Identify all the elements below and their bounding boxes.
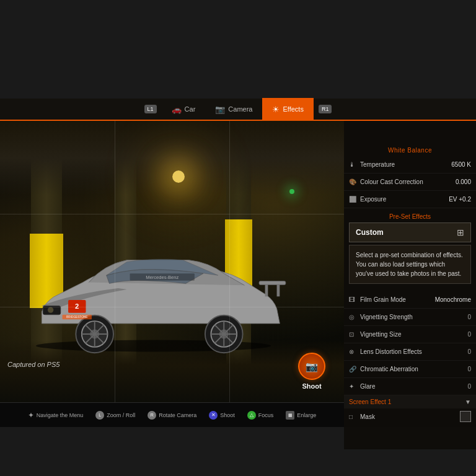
enlarge-label: Enlarge bbox=[297, 412, 316, 418]
zoom-label: Zoom / Roll bbox=[107, 412, 135, 418]
shoot-ctrl-label: Shoot bbox=[220, 412, 235, 418]
preset-tooltip: Select a pre-set combination of effects.… bbox=[349, 245, 471, 284]
temperature-value: 6500 K bbox=[451, 161, 471, 168]
preset-grid-icon: ⊞ bbox=[457, 227, 464, 237]
preset-dropdown-label: Custom bbox=[356, 228, 457, 237]
glare-icon: ✦ bbox=[349, 383, 360, 390]
control-enlarge: ▦ Enlarge bbox=[286, 411, 316, 420]
control-zoom: L Zoom / Roll bbox=[95, 411, 135, 420]
cross-icon: ✕ bbox=[209, 411, 218, 420]
square-icon: ▦ bbox=[286, 411, 294, 420]
exposure-label: Exposure bbox=[360, 196, 449, 203]
camera-nav-icon: 📷 bbox=[215, 105, 225, 114]
screen-effect-title: Screen Effect 1 bbox=[349, 399, 391, 405]
vignetting-size-row: ⊡ Vignetting Size 0 bbox=[344, 326, 476, 343]
chromatic-row: 🔗 Chromatic Aberration 0 bbox=[344, 361, 476, 378]
ceiling-beam bbox=[0, 121, 344, 195]
control-navigate: ✦ Navigate the Menu bbox=[28, 411, 84, 420]
film-grain-label: Film Grain Mode bbox=[360, 296, 435, 303]
svg-rect-18 bbox=[265, 284, 268, 296]
svg-text:2: 2 bbox=[75, 302, 79, 310]
white-balance-header: White Balance bbox=[344, 143, 476, 156]
l1-button[interactable]: L1 bbox=[144, 105, 157, 113]
car-svg: 2 Mercedes-Benz BRIDGESTONE bbox=[12, 232, 294, 368]
top-nav-bar: L1 🚗 Car 📷 Camera ☀ Effects R1 bbox=[0, 99, 476, 121]
colour-cast-value: 0.000 bbox=[456, 178, 471, 185]
exposure-icon: ⬜ bbox=[349, 196, 360, 203]
mask-checkbox[interactable] bbox=[460, 411, 471, 422]
ls-icon: L bbox=[95, 411, 104, 420]
svg-rect-17 bbox=[259, 281, 286, 285]
exposure-row: ⬜ Exposure EV +0.2 bbox=[344, 191, 476, 208]
shoot-camera-icon: 📷 bbox=[306, 361, 318, 372]
glare-value: 0 bbox=[467, 383, 471, 390]
vignetting-size-label: Vignetting Size bbox=[360, 331, 467, 338]
control-rotate: R Rotate Camera bbox=[148, 411, 196, 420]
overhead-light bbox=[172, 170, 185, 183]
tab-car-label: Car bbox=[185, 105, 196, 113]
temperature-label: Temperature bbox=[360, 161, 451, 168]
lens-distortion-label: Lens Distortion Effects bbox=[360, 348, 467, 355]
film-grain-value: Monochrome bbox=[435, 296, 471, 303]
mask-label: Mask bbox=[360, 413, 460, 420]
colour-cast-row: 🎨 Colour Cast Correction 0.000 bbox=[344, 174, 476, 191]
preset-dropdown[interactable]: Custom ⊞ bbox=[349, 223, 471, 242]
svg-text:BRIDGESTONE: BRIDGESTONE bbox=[66, 315, 87, 319]
vignetting-strength-row: ◎ Vignetting Strength 0 bbox=[344, 309, 476, 326]
effects-panel: White Balance 🌡 Temperature 6500 K 🎨 Col… bbox=[344, 121, 476, 449]
back-light bbox=[289, 189, 294, 194]
game-background: 2 Mercedes-Benz BRIDGESTONE bbox=[0, 121, 344, 402]
film-grain-row: 🎞 Film Grain Mode Monochrome bbox=[344, 291, 476, 309]
vignetting-size-icon: ⊡ bbox=[349, 331, 360, 338]
focus-label: Focus bbox=[258, 412, 274, 418]
main-screen: L1 🚗 Car 📷 Camera ☀ Effects R1 bbox=[0, 99, 476, 427]
rs-icon: R bbox=[148, 411, 156, 420]
vignetting-size-value: 0 bbox=[467, 331, 471, 338]
lens-distortion-icon: ⊗ bbox=[349, 348, 360, 355]
tab-camera[interactable]: 📷 Camera bbox=[205, 98, 262, 120]
temperature-icon: 🌡 bbox=[349, 161, 360, 168]
film-grain-icon: 🎞 bbox=[349, 296, 360, 303]
triangle-icon: △ bbox=[247, 411, 256, 420]
screen-effect-collapse-icon[interactable]: ▼ bbox=[465, 399, 471, 405]
tab-camera-label: Camera bbox=[228, 105, 252, 113]
vignetting-strength-label: Vignetting Strength bbox=[360, 314, 467, 320]
vignetting-strength-icon: ◎ bbox=[349, 314, 360, 320]
navigate-label: Navigate the Menu bbox=[37, 412, 84, 418]
chromatic-label: Chromatic Aberration bbox=[360, 366, 467, 372]
exposure-value: EV +0.2 bbox=[449, 196, 471, 203]
r1-button[interactable]: R1 bbox=[319, 105, 332, 113]
preset-section: Pre-Set Effects Custom ⊞ Select a pre-se… bbox=[344, 208, 476, 291]
screen-effect-header: Screen Effect 1 ▼ bbox=[344, 395, 476, 408]
tab-car[interactable]: 🚗 Car bbox=[162, 98, 206, 120]
svg-point-2 bbox=[48, 307, 53, 312]
vignetting-strength-value: 0 bbox=[467, 314, 471, 320]
chromatic-icon: 🔗 bbox=[349, 366, 360, 372]
shoot-button-circle[interactable]: 📷 bbox=[298, 353, 325, 380]
shoot-button-area[interactable]: 📷 Shoot bbox=[298, 353, 325, 390]
rotate-label: Rotate Camera bbox=[159, 412, 196, 418]
control-focus: △ Focus bbox=[247, 411, 274, 420]
temperature-row: 🌡 Temperature 6500 K bbox=[344, 156, 476, 174]
colour-cast-label: Colour Cast Correction bbox=[360, 178, 456, 185]
shoot-label: Shoot bbox=[302, 382, 321, 390]
dpad-icon: ✦ bbox=[28, 411, 34, 420]
preset-effects-header: Pre-Set Effects bbox=[349, 211, 471, 223]
tab-effects[interactable]: ☀ Effects bbox=[262, 98, 313, 120]
glare-row: ✦ Glare 0 bbox=[344, 378, 476, 395]
svg-text:Mercedes-Benz: Mercedes-Benz bbox=[146, 275, 178, 280]
chromatic-value: 0 bbox=[467, 366, 471, 372]
captured-label: Captured on PS5 bbox=[7, 361, 60, 368]
car-nav-icon: 🚗 bbox=[172, 105, 182, 114]
svg-rect-19 bbox=[277, 284, 280, 296]
car-container: 2 Mercedes-Benz BRIDGESTONE bbox=[12, 232, 294, 368]
mask-icon: □ bbox=[349, 413, 360, 420]
colour-cast-icon: 🎨 bbox=[349, 178, 360, 185]
control-shoot: ✕ Shoot bbox=[209, 411, 235, 420]
lens-distortion-row: ⊗ Lens Distortion Effects 0 bbox=[344, 343, 476, 361]
effects-nav-icon: ☀ bbox=[272, 105, 280, 114]
lens-distortion-value: 0 bbox=[467, 348, 471, 355]
effects-scroll-area[interactable]: White Balance 🌡 Temperature 6500 K 🎨 Col… bbox=[344, 143, 476, 425]
game-viewport: 2 Mercedes-Benz BRIDGESTONE Captured on … bbox=[0, 121, 344, 402]
tab-effects-label: Effects bbox=[283, 105, 303, 113]
